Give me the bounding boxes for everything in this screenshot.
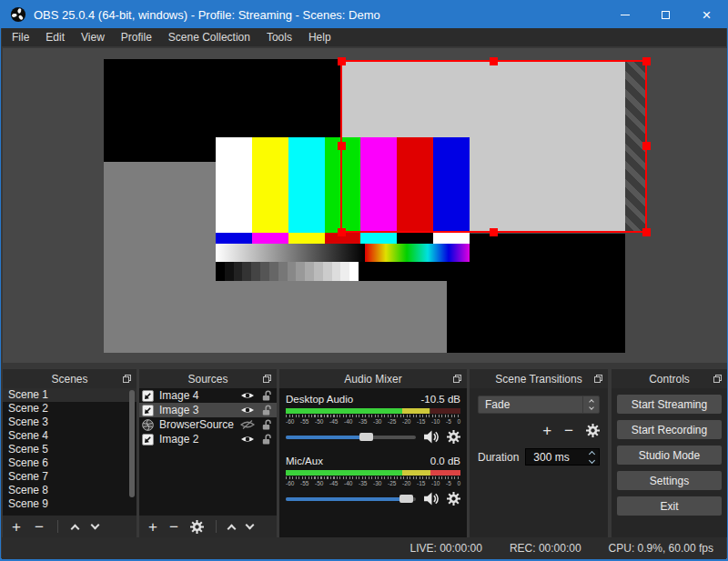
- gray-step: [242, 262, 251, 281]
- unlock-icon[interactable]: [261, 419, 273, 431]
- move-source-up-button[interactable]: [227, 524, 236, 533]
- meter-tick-labels: -60-55-50-45-40-35-30-25-20-15-10-50: [286, 480, 460, 486]
- remove-transition-button[interactable]: −: [564, 423, 573, 438]
- selection-handle[interactable]: [490, 57, 498, 65]
- minimize-button[interactable]: [604, 1, 645, 28]
- source-row[interactable]: Image 3: [139, 403, 277, 417]
- selection-handle[interactable]: [642, 142, 651, 150]
- source-properties-gear-icon[interactable]: [190, 520, 204, 534]
- maximize-button[interactable]: [645, 1, 686, 28]
- selection-handle[interactable]: [642, 57, 651, 65]
- close-button[interactable]: ×: [686, 1, 727, 28]
- speaker-icon[interactable]: [423, 430, 440, 444]
- visibility-eye-icon[interactable]: [239, 435, 256, 444]
- dock-float-icon[interactable]: [713, 375, 722, 383]
- remove-source-button[interactable]: −: [169, 519, 178, 535]
- remove-scene-button[interactable]: −: [35, 519, 44, 535]
- start-recording-button[interactable]: Start Recording: [617, 420, 722, 439]
- window-controls: ×: [604, 1, 727, 28]
- move-scene-up-button[interactable]: [70, 524, 79, 533]
- scene-row[interactable]: Scene 7: [3, 470, 136, 484]
- dock-float-icon[interactable]: [594, 375, 602, 383]
- source-row[interactable]: Image 4: [139, 388, 277, 403]
- scenes-scrollbar[interactable]: [129, 390, 135, 497]
- duration-spinbox[interactable]: 300 ms: [525, 448, 600, 466]
- scenes-header[interactable]: Scenes: [3, 369, 136, 388]
- obs-logo-icon: [10, 6, 26, 23]
- selection-handle[interactable]: [338, 228, 346, 236]
- mixer-channel-desktop-audio: Desktop Audio -10.5 dB -60-55-50-45-40-3…: [286, 394, 460, 444]
- selection-outline[interactable]: [340, 60, 647, 233]
- source-row[interactable]: Image 2: [139, 432, 277, 446]
- scenes-title: Scenes: [51, 373, 87, 386]
- mixer-channel-mic-aux: Mic/Aux 0.0 dB -60-55-50-45-40-35-30-25-…: [286, 456, 460, 506]
- selection-handle[interactable]: [642, 228, 651, 236]
- speaker-icon[interactable]: [423, 492, 440, 506]
- scene-transitions-header[interactable]: Scene Transitions: [470, 369, 608, 388]
- menu-edit[interactable]: Edit: [37, 28, 73, 46]
- tick-label: -10: [431, 418, 440, 425]
- menu-profile[interactable]: Profile: [113, 28, 160, 46]
- titlebar[interactable]: OBS 25.0.4 (64-bit, windows) - Profile: …: [1, 1, 727, 28]
- visibility-eye-off-icon[interactable]: [239, 420, 256, 429]
- unlock-icon[interactable]: [261, 434, 273, 446]
- scenes-list[interactable]: Scene 1Scene 2Scene 3Scene 4Scene 5Scene…: [3, 388, 136, 516]
- settings-button[interactable]: Settings: [617, 471, 722, 490]
- move-source-down-button[interactable]: [245, 521, 254, 530]
- add-scene-button[interactable]: +: [12, 519, 21, 535]
- scene-row[interactable]: Scene 3: [3, 416, 136, 429]
- visibility-eye-icon[interactable]: [239, 406, 256, 415]
- scene-row[interactable]: Scene 2: [3, 402, 136, 416]
- meter-minor-ticks: [286, 476, 460, 479]
- scene-row[interactable]: Scene 4: [3, 429, 136, 443]
- volume-slider[interactable]: [286, 436, 416, 439]
- volume-slider-handle[interactable]: [359, 433, 373, 441]
- canvas-source-black-rect-2[interactable]: [447, 234, 625, 353]
- scene-row[interactable]: Scene 5: [3, 443, 136, 456]
- sources-list[interactable]: Image 4Image 3BrowserSourceImage 2: [139, 388, 277, 516]
- dock-float-icon[interactable]: [453, 375, 461, 383]
- sources-header[interactable]: Sources: [139, 369, 277, 388]
- volume-slider-handle[interactable]: [399, 495, 413, 503]
- dock-float-icon[interactable]: [263, 375, 271, 383]
- menu-tools[interactable]: Tools: [258, 28, 300, 46]
- tick-label: -60: [286, 418, 294, 425]
- exit-button[interactable]: Exit: [617, 496, 722, 516]
- source-row[interactable]: BrowserSource: [139, 417, 277, 432]
- scene-row[interactable]: Scene 8: [3, 484, 136, 497]
- channel-settings-gear-icon[interactable]: [447, 430, 460, 444]
- unlock-icon[interactable]: [261, 390, 273, 402]
- menu-view[interactable]: View: [73, 28, 113, 46]
- move-scene-down-button[interactable]: [90, 521, 99, 530]
- selection-handle[interactable]: [338, 57, 346, 65]
- transition-selected-value: Fade: [479, 398, 582, 411]
- unlock-icon[interactable]: [261, 405, 273, 416]
- scene-transitions-panel: Scene Transitions Fade + −: [470, 369, 608, 537]
- volume-slider[interactable]: [286, 497, 416, 501]
- scene-row[interactable]: Scene 1: [3, 388, 136, 402]
- menu-file[interactable]: File: [4, 28, 37, 46]
- source-name: Image 4: [159, 389, 234, 402]
- tick-label: -40: [344, 480, 352, 486]
- audio-mixer-header[interactable]: Audio Mixer: [279, 369, 467, 388]
- add-transition-button[interactable]: +: [542, 423, 551, 438]
- color-block: [360, 233, 397, 244]
- scene-row[interactable]: Scene 9: [3, 497, 136, 511]
- menu-help[interactable]: Help: [300, 28, 339, 46]
- color-bar: [252, 137, 288, 233]
- scene-row[interactable]: Scene 6: [3, 456, 136, 470]
- spinbox-arrows[interactable]: [584, 452, 599, 463]
- transition-select[interactable]: Fade: [478, 396, 600, 414]
- dock-float-icon[interactable]: [123, 375, 131, 383]
- studio-mode-button[interactable]: Studio Mode: [617, 446, 722, 465]
- channel-settings-gear-icon[interactable]: [447, 492, 460, 506]
- visibility-eye-icon[interactable]: [239, 391, 256, 400]
- start-streaming-button[interactable]: Start Streaming: [617, 395, 722, 414]
- transition-properties-gear-icon[interactable]: [586, 424, 600, 437]
- add-source-button[interactable]: +: [148, 519, 157, 535]
- preview-area[interactable]: [3, 48, 727, 363]
- controls-header[interactable]: Controls: [612, 369, 727, 388]
- selection-handle[interactable]: [490, 228, 498, 236]
- selection-handle[interactable]: [338, 142, 346, 150]
- menu-scene-collection[interactable]: Scene Collection: [160, 28, 258, 46]
